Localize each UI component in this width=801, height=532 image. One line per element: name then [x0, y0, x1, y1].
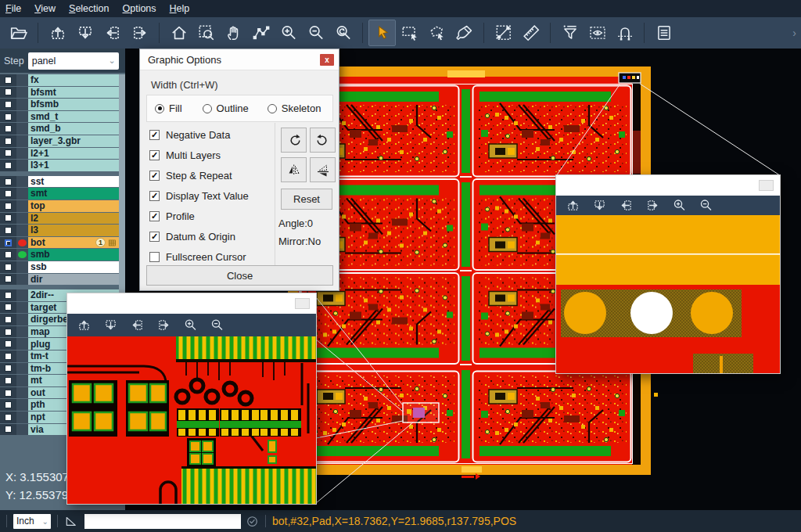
layer-row-l2plus1[interactable]: l2+1	[0, 148, 119, 160]
layer-checkbox[interactable]	[5, 401, 12, 408]
zoom-in-icon[interactable]	[275, 20, 302, 46]
layer-row-smd_b[interactable]: smd_b	[0, 123, 119, 135]
measure-distance-icon[interactable]	[490, 20, 517, 46]
step-select[interactable]: panel⌄	[28, 52, 119, 70]
pan-up-icon[interactable]	[566, 198, 580, 213]
zoom-out-icon[interactable]	[302, 20, 329, 46]
pan-view-up-icon[interactable]	[44, 20, 71, 46]
layer-checkbox[interactable]	[5, 390, 12, 397]
pan-view-left-icon[interactable]	[99, 20, 126, 46]
menu-view[interactable]: View	[34, 3, 56, 14]
layer-row-bfsmb[interactable]: bfsmb	[0, 99, 119, 110]
toolbar-overflow-icon[interactable]: ›	[792, 27, 796, 39]
layer-row-l3[interactable]: l3	[0, 225, 119, 236]
magnifier-content[interactable]	[67, 336, 316, 504]
checkbox-negative-data[interactable]: ✓Negative Data	[149, 124, 249, 145]
layer-checkbox[interactable]	[5, 113, 12, 120]
mirror-horizontal-button[interactable]	[281, 157, 307, 182]
mirror-vertical-button[interactable]	[310, 157, 336, 182]
layer-row-smb[interactable]: smb	[0, 249, 119, 261]
menu-file[interactable]: File	[5, 3, 21, 14]
layer-checkbox[interactable]	[5, 214, 12, 221]
layer-grid-icon[interactable]	[108, 239, 117, 247]
magnifier-title-bar[interactable]	[67, 293, 316, 314]
layer-checkbox[interactable]	[5, 340, 12, 347]
menu-help[interactable]: Help	[170, 3, 190, 14]
ruler-icon[interactable]	[517, 20, 544, 46]
layer-row-smt[interactable]: smt	[0, 188, 119, 200]
layer-checkbox[interactable]	[5, 316, 12, 323]
layer-row-bot[interactable]: bot1	[0, 237, 119, 249]
polygon-select-icon[interactable]	[423, 20, 451, 46]
layer-checkbox[interactable]	[5, 304, 12, 311]
layer-checkbox[interactable]	[5, 162, 12, 169]
dialog-title-bar[interactable]: Graphic Options x	[140, 49, 339, 70]
close-icon[interactable]: x	[320, 54, 334, 66]
select-cursor-icon[interactable]	[368, 20, 396, 46]
layer-row-top[interactable]: top	[0, 200, 119, 212]
layer-checkbox[interactable]	[5, 203, 12, 210]
layer-row-sst[interactable]: sst	[0, 176, 119, 188]
arc-snap-icon[interactable]	[611, 20, 638, 46]
rectangle-select-icon[interactable]	[396, 20, 423, 46]
radio-fill[interactable]: Fill	[155, 102, 182, 114]
checkbox-profile[interactable]: ✓Profile	[149, 206, 249, 226]
command-input[interactable]	[84, 514, 241, 529]
zoom-in-icon[interactable]	[672, 198, 687, 213]
pan-left-icon[interactable]	[619, 198, 634, 213]
zoom-out-icon[interactable]	[210, 318, 224, 332]
layer-row-smd_t[interactable]: smd_t	[0, 111, 119, 123]
pan-right-icon[interactable]	[645, 198, 660, 213]
zoom-out-icon[interactable]	[699, 198, 713, 213]
pan-left-icon[interactable]	[130, 318, 145, 332]
layer-checkbox[interactable]	[5, 178, 12, 185]
layer-row-layer3gbr[interactable]: layer_3.gbr	[0, 135, 119, 147]
pan-down-icon[interactable]	[592, 198, 607, 213]
open-file-icon[interactable]	[5, 20, 32, 46]
pan-down-icon[interactable]	[103, 318, 118, 332]
view-area-icon[interactable]	[584, 20, 611, 46]
rotate-ccw-button[interactable]	[310, 128, 336, 153]
layer-checkbox[interactable]	[5, 149, 12, 156]
checkbox-display-text-value[interactable]: ✓Display Text Value	[149, 185, 249, 206]
layer-row-l2[interactable]: l2	[0, 213, 119, 225]
layer-checkbox[interactable]	[5, 77, 12, 84]
window-button-icon[interactable]	[295, 298, 310, 309]
clean-brush-icon[interactable]	[451, 20, 478, 46]
magnifier-title-bar[interactable]	[556, 175, 780, 196]
zoom-in-icon[interactable]	[183, 318, 198, 332]
layer-checkbox[interactable]	[5, 138, 12, 145]
pan-up-icon[interactable]	[77, 318, 92, 332]
close-button[interactable]: Close	[146, 265, 333, 286]
menu-selection[interactable]: Selection	[69, 3, 109, 14]
layer-checkbox[interactable]	[5, 353, 12, 360]
home-view-icon[interactable]	[165, 20, 192, 46]
zoom-source-top-right[interactable]	[619, 73, 641, 83]
radio-skeleton[interactable]: Skeleton	[268, 102, 321, 114]
zoom-source-center[interactable]	[403, 403, 439, 422]
zoom-window-icon[interactable]	[192, 20, 220, 46]
layer-checkbox[interactable]	[5, 377, 12, 384]
layer-checkbox-selected[interactable]	[5, 239, 12, 246]
rotate-cw-button[interactable]	[281, 128, 307, 153]
report-panel-icon[interactable]	[650, 20, 677, 46]
layer-checkbox[interactable]	[5, 251, 12, 258]
layer-checkbox[interactable]	[5, 125, 12, 132]
checkbox-step-repeat[interactable]: ✓Step & Repeat	[149, 165, 249, 185]
pan-view-down-icon[interactable]	[71, 20, 99, 46]
layer-checkbox[interactable]	[5, 88, 12, 95]
checkbox-datum-origin[interactable]: ✓Datum & Origin	[149, 226, 249, 246]
layer-row-fx[interactable]: fx	[0, 74, 119, 86]
magnifier-content[interactable]	[556, 215, 780, 373]
zoom-previous-icon[interactable]	[329, 20, 357, 46]
layer-checkbox[interactable]	[5, 275, 12, 282]
layer-row-dir[interactable]: dir	[0, 274, 119, 286]
unit-select[interactable]: Inch⌄	[13, 514, 51, 529]
window-button-icon[interactable]	[759, 180, 774, 191]
pan-hand-icon[interactable]	[220, 20, 247, 46]
layer-checkbox[interactable]	[5, 227, 12, 234]
layer-checkbox[interactable]	[5, 414, 12, 421]
reset-button[interactable]: Reset	[281, 189, 332, 210]
layer-checkbox[interactable]	[5, 426, 12, 433]
layer-checkbox[interactable]	[5, 365, 12, 372]
